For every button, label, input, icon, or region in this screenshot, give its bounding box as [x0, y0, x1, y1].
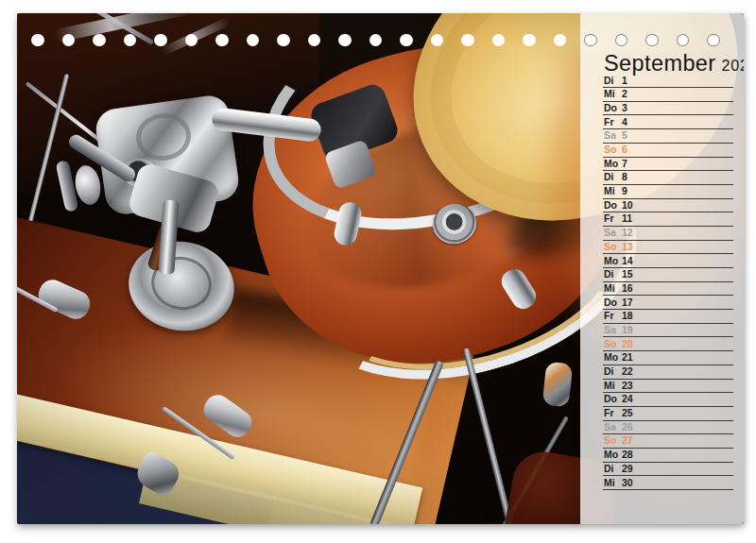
binding-hole — [677, 34, 690, 47]
date-row: Mi 23 — [603, 380, 733, 394]
weekday-label: Mo — [603, 256, 622, 268]
weekday-label: Mi — [603, 381, 622, 393]
date-number: 6 — [622, 144, 627, 157]
binding-hole — [523, 34, 536, 47]
date-number: 19 — [622, 325, 633, 337]
weekday-label: Fr — [603, 117, 622, 129]
weekday-label: Sa — [603, 130, 622, 143]
date-row: Mi 30 — [603, 476, 733, 490]
date-row: Sa 26 — [603, 421, 733, 435]
binding-hole — [584, 34, 597, 47]
date-row: Do 17 — [603, 296, 733, 310]
weekday-label: So — [603, 144, 622, 157]
binding-hole — [461, 34, 474, 47]
date-row: Fr 4 — [603, 115, 733, 129]
date-number: 20 — [622, 339, 633, 351]
date-row: Mo 7 — [603, 158, 733, 172]
date-number: 10 — [622, 200, 633, 212]
date-number: 22 — [622, 366, 633, 379]
binding-hole — [707, 34, 720, 47]
weekday-label: Do — [603, 103, 622, 115]
date-number: 16 — [622, 283, 633, 296]
date-number: 18 — [622, 311, 633, 323]
date-number: 12 — [622, 228, 633, 240]
date-number: 17 — [622, 297, 633, 310]
weekday-label: Fr — [603, 311, 622, 323]
binding-hole — [215, 34, 229, 47]
binding-hole — [247, 34, 260, 47]
date-number: 26 — [622, 422, 633, 434]
weekday-label: Di — [603, 172, 622, 184]
weekday-label: Mi — [603, 186, 622, 198]
date-number: 9 — [622, 186, 627, 198]
date-number: 13 — [622, 242, 633, 254]
weekday-label: Sa — [603, 422, 622, 434]
date-number: 2 — [622, 89, 627, 101]
date-row: Sa 5 — [603, 129, 733, 144]
date-row: Mo 21 — [603, 351, 733, 365]
spiral-binding — [17, 13, 744, 66]
date-number: 7 — [622, 159, 627, 171]
weekday-label: Mo — [603, 159, 622, 171]
weekday-label: Sa — [603, 228, 622, 240]
binding-hole — [154, 34, 167, 47]
date-number: 28 — [622, 450, 633, 462]
date-row: Sa 19 — [603, 324, 733, 338]
binding-hole — [645, 34, 659, 47]
binding-hole — [492, 34, 506, 47]
date-row: Fr 25 — [603, 407, 733, 421]
binding-hole — [124, 34, 137, 47]
binding-hole — [400, 34, 413, 47]
date-number: 27 — [622, 435, 633, 448]
date-number: 21 — [622, 352, 633, 365]
date-number: 30 — [622, 478, 633, 490]
date-number: 23 — [622, 381, 633, 393]
weekday-label: Mi — [603, 478, 622, 490]
date-number: 8 — [622, 172, 627, 184]
date-row: So 13 — [603, 241, 733, 255]
binding-hole — [31, 34, 44, 47]
date-row: Mo 28 — [603, 449, 733, 463]
binding-hole — [369, 34, 383, 47]
date-row: Do 24 — [603, 393, 733, 407]
date-row: So 20 — [603, 337, 733, 351]
weekday-label: Di — [603, 269, 622, 281]
date-number: 29 — [622, 464, 633, 476]
calendar-panel: September2026 Di 1 Mi 2 Do 3 — [580, 13, 744, 524]
weekday-label: Fr — [603, 213, 622, 226]
date-row: So 6 — [603, 144, 733, 158]
date-list: Di 1 Mi 2 Do 3 Fr 4 — [603, 74, 733, 490]
weekday-label: Mi — [603, 89, 622, 101]
date-row: Di 8 — [603, 171, 733, 185]
weekday-label: So — [603, 242, 622, 254]
weekday-label: Di — [603, 366, 622, 379]
binding-hole — [431, 34, 444, 47]
date-row: Mo 14 — [603, 254, 733, 268]
binding-hole — [62, 34, 76, 47]
binding-hole — [185, 34, 198, 47]
date-row: Do 10 — [603, 199, 733, 213]
weekday-label: Mi — [603, 283, 622, 296]
binding-hole — [308, 34, 321, 47]
date-row: Di 29 — [603, 463, 733, 477]
date-row: Mi 9 — [603, 185, 733, 199]
date-number: 5 — [622, 130, 627, 143]
calendar-page: September2026 Di 1 Mi 2 Do 3 — [17, 13, 744, 524]
date-row: Di 22 — [603, 365, 733, 380]
date-row: So 27 — [603, 434, 733, 449]
binding-hole — [277, 34, 290, 47]
date-number: 14 — [622, 256, 633, 268]
date-row: Mi 2 — [603, 88, 733, 102]
weekday-label: Do — [603, 297, 622, 310]
binding-hole — [554, 34, 567, 47]
date-row: Di 15 — [603, 268, 733, 282]
date-number: 11 — [622, 213, 632, 226]
date-number: 1 — [622, 76, 627, 88]
date-row: Fr 18 — [603, 310, 733, 324]
weekday-label: Do — [603, 200, 622, 212]
weekday-label: Di — [603, 464, 622, 476]
binding-hole — [93, 34, 106, 47]
binding-hole — [615, 34, 628, 47]
date-number: 24 — [622, 394, 633, 406]
weekday-label: Do — [603, 394, 622, 406]
